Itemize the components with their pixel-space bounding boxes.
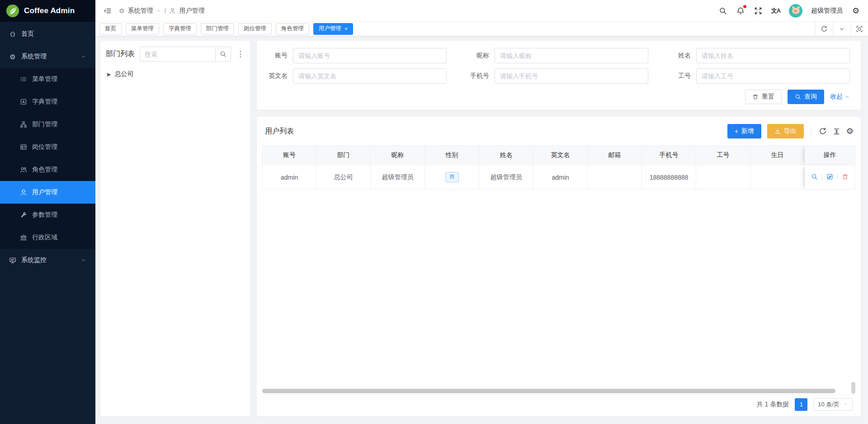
- vertical-scrollbar-thumb[interactable]: [851, 382, 855, 394]
- trash-icon: [752, 94, 759, 100]
- tab-dept-management[interactable]: 部门管理: [201, 23, 234, 35]
- sidebar-item-menu-management[interactable]: 菜单管理: [0, 68, 95, 91]
- menu-fold-icon[interactable]: [103, 6, 112, 15]
- tab-dict-management[interactable]: 字典管理: [163, 23, 197, 35]
- maximize-icon[interactable]: [850, 22, 868, 36]
- view-icon[interactable]: [811, 173, 818, 180]
- breadcrumb: ⚙ 系统管理 / 用户管理: [119, 7, 204, 15]
- tab-home[interactable]: 首页: [99, 23, 122, 35]
- chevron-down-icon: [81, 257, 86, 263]
- dictionary-icon: [20, 98, 27, 105]
- collapse-filter-link[interactable]: 收起: [830, 93, 850, 101]
- wrench-icon: [20, 211, 27, 219]
- tab-menu-management[interactable]: 菜单管理: [126, 23, 159, 35]
- phone-input[interactable]: [495, 68, 648, 84]
- cell-gender: 男: [425, 165, 479, 190]
- horizontal-scrollbar-thumb[interactable]: [262, 389, 835, 393]
- column-header: 邮箱: [588, 145, 642, 165]
- account-input[interactable]: [293, 48, 447, 63]
- tab-label: 字典管理: [169, 25, 191, 33]
- cell-actions: [805, 165, 855, 190]
- query-button[interactable]: 查询: [788, 90, 824, 104]
- tree-node-root[interactable]: ▶ 总公司: [107, 68, 243, 80]
- divider: [811, 128, 811, 135]
- search-icon[interactable]: [718, 6, 727, 15]
- notification-bell-icon[interactable]: [736, 6, 745, 15]
- cell-nickname: 超级管理员: [371, 165, 425, 190]
- cell-birthday: [750, 165, 805, 190]
- column-header: 工号: [696, 145, 750, 165]
- kebab-menu-icon[interactable]: ⋮: [236, 50, 245, 58]
- cell-job-number: [696, 165, 750, 190]
- column-header: 英文名: [533, 145, 588, 165]
- tab-post-management[interactable]: 岗位管理: [238, 23, 272, 35]
- sidebar-item-home[interactable]: 首页: [0, 23, 95, 45]
- edit-icon[interactable]: [826, 173, 833, 180]
- refresh-icon[interactable]: [815, 22, 833, 36]
- tab-label: 角色管理: [281, 25, 304, 33]
- sidebar-item-user-management[interactable]: 用户管理: [0, 181, 95, 204]
- sidebar-item-label: 首页: [21, 30, 34, 38]
- job-number-input[interactable]: [696, 68, 850, 84]
- nickname-input[interactable]: [495, 48, 648, 63]
- settings-gear-icon[interactable]: ⚙: [851, 6, 860, 15]
- translate-icon[interactable]: 文A: [771, 6, 780, 15]
- sidebar-item-label: 角色管理: [32, 166, 57, 174]
- fullscreen-icon[interactable]: [754, 6, 763, 15]
- field-label: 工号: [671, 72, 691, 80]
- reset-button[interactable]: 重置: [745, 90, 782, 104]
- add-user-button[interactable]: + 新增: [727, 124, 761, 138]
- export-button[interactable]: 导出: [767, 124, 804, 138]
- page-size-select[interactable]: 10 条/页: [813, 398, 853, 411]
- department-search-button[interactable]: [215, 47, 231, 62]
- leaf-logo-icon: [6, 4, 19, 18]
- refresh-icon[interactable]: [819, 127, 827, 135]
- column-header: 生日: [750, 145, 805, 165]
- tab-label: 用户管理: [319, 25, 341, 33]
- filter-field-job-number: 工号: [671, 68, 850, 84]
- search-icon: [795, 94, 801, 100]
- caret-right-icon[interactable]: ▶: [107, 72, 111, 77]
- department-search-input[interactable]: [140, 47, 215, 62]
- pagination: 共 1 条数据 1 10 条/页: [262, 395, 855, 414]
- sidebar-item-system-management[interactable]: ⚙ 系统管理: [0, 45, 95, 68]
- user-avatar[interactable]: [789, 4, 802, 18]
- chevron-up-icon: [844, 94, 850, 100]
- tab-user-management[interactable]: 用户管理 ×: [313, 23, 353, 35]
- sidebar-item-dept-management[interactable]: 部门管理: [0, 113, 95, 136]
- english-name-input[interactable]: [293, 68, 447, 84]
- divider: [837, 174, 838, 180]
- breadcrumb-section[interactable]: 系统管理: [128, 7, 153, 15]
- sidebar-item-system-monitor[interactable]: 系统监控: [0, 249, 95, 272]
- sidebar-item-post-management[interactable]: 岗位管理: [0, 136, 95, 158]
- sidebar-item-param-management[interactable]: 参数管理: [0, 204, 95, 226]
- sidebar-item-label: 参数管理: [32, 211, 57, 219]
- sidebar-item-label: 系统监控: [21, 256, 47, 264]
- page-number-button[interactable]: 1: [795, 398, 807, 411]
- chevron-down-icon[interactable]: [833, 22, 850, 36]
- field-label: 昵称: [469, 52, 489, 60]
- sidebar: Coffee Admin 首页 ⚙ 系统管理: [0, 0, 95, 424]
- sidebar-item-role-management[interactable]: 角色管理: [0, 158, 95, 181]
- tree-node-label: 总公司: [114, 70, 133, 78]
- cell-dept: 总公司: [316, 165, 371, 190]
- column-settings-gear-icon[interactable]: ⚙: [846, 127, 854, 135]
- collapse-label: 收起: [830, 93, 843, 101]
- name-input[interactable]: [696, 48, 850, 63]
- close-icon[interactable]: ×: [344, 26, 348, 32]
- delete-icon[interactable]: [842, 173, 849, 180]
- page-size-value: 10 条/页: [818, 400, 840, 409]
- sidebar-submenu-system: 菜单管理 字典管理 部门管理: [0, 68, 95, 249]
- username[interactable]: 超级管理员: [811, 7, 843, 15]
- row-height-icon[interactable]: [833, 128, 840, 135]
- tab-role-management[interactable]: 角色管理: [276, 23, 309, 35]
- sidebar-item-dict-management[interactable]: 字典管理: [0, 91, 95, 113]
- sidebar-item-admin-region[interactable]: 行政区域: [0, 226, 95, 249]
- department-panel: 部门列表 ⋮ ▶ 总公司: [100, 41, 250, 416]
- sidebar-item-label: 岗位管理: [32, 143, 57, 151]
- department-search-group: [140, 47, 231, 62]
- breadcrumb-separator: /: [165, 7, 166, 14]
- table-header-row: 账号 部门 昵称 性别 姓名 英文名 邮箱 手机号 工号 生日: [262, 145, 855, 165]
- breadcrumb-page[interactable]: 用户管理: [179, 7, 204, 15]
- field-label: 手机号: [469, 72, 489, 80]
